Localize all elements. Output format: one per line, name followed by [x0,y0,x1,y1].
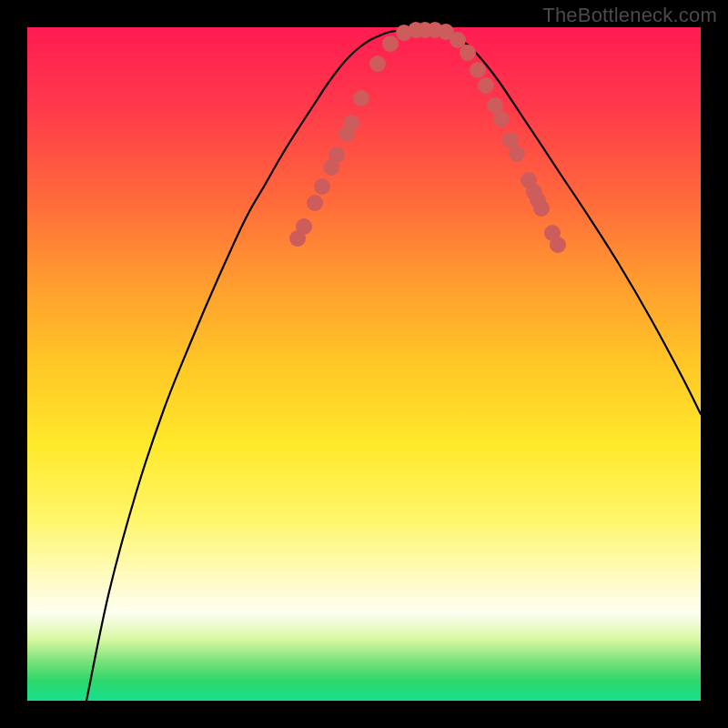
highlight-dot [509,146,525,162]
curve-svg [27,27,701,701]
highlight-dot [369,56,386,72]
highlight-dot [307,195,323,211]
highlight-dot [493,111,510,127]
highlight-dot [478,77,494,94]
highlight-dot [533,200,550,217]
bottleneck-curve [86,30,701,701]
highlight-dot [296,218,312,235]
chart-frame: TheBottleneck.com [0,0,728,728]
highlight-dot [343,115,359,131]
highlight-dot [550,237,566,253]
watermark-text: TheBottleneck.com [542,4,717,27]
highlight-dot [329,147,345,163]
plot-area [27,27,701,701]
highlight-dot [470,62,486,78]
highlight-dot [450,32,466,48]
highlight-dot [460,45,476,61]
highlight-dots-group [289,22,566,253]
highlight-dot [314,178,330,195]
highlight-dot [382,35,399,52]
highlight-dot [353,90,369,106]
